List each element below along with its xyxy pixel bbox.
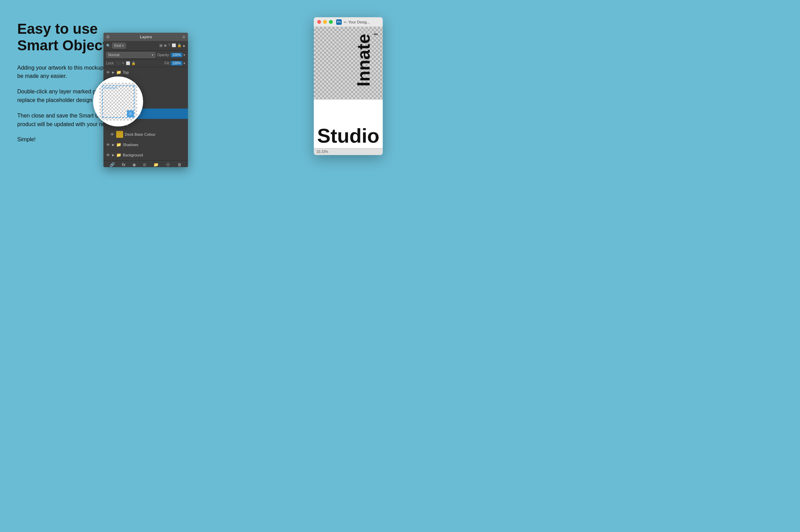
mask-icon[interactable]: ⊘ [143,162,146,167]
layer-top-name: Top [123,70,186,74]
brand-tm: ™ [373,30,379,36]
smart-object-inner: StudioInnate® ⎙ [99,83,137,121]
ps-app-icon: Ps [336,19,342,25]
search-icon: 🔍 [106,44,110,48]
doc-title: <- Your Desig... [344,20,379,24]
layer-shadows-name: Shadows [123,143,186,147]
folder-icon: 📁 [116,70,121,75]
layer-shadows[interactable]: 👁 ▶ 📁 Shadows [103,140,188,150]
new-layer-icon[interactable]: ➕ [166,162,171,167]
expand-icon[interactable]: ▶ [112,153,114,157]
new-fill-icon[interactable]: ◉ [132,162,136,167]
brand-innate: Innate [354,34,372,86]
chevron-down-icon: ▾ [122,44,124,48]
fill-value[interactable]: 100% [171,61,182,65]
smart-obj-watermark: StudioInnate® [103,87,118,89]
expand-icon[interactable]: ▶ [112,143,114,146]
panel-title: Layers [140,35,152,39]
lock-icons: ⬛ ✎ ⬜ 🔒 [116,61,136,65]
lock-all-icon[interactable]: 🔒 [131,61,136,65]
panel-toolbar: 🔗 fx ◉ ⊘ 📁 ➕ 🗑 [103,160,188,167]
blend-mode-bar: Normal ▾ Opacity: 100% ▾ [103,51,188,60]
fill-chevron-icon: ▾ [183,61,185,65]
group-icon[interactable]: 📁 [153,162,159,167]
doc-statusbar: 33.33% [314,148,383,155]
lock-label: Lock: [106,61,114,65]
link-icon[interactable]: 🔗 [110,162,115,167]
filter-kind-dropdown[interactable]: Kind ▾ [112,43,126,49]
folder-icon: 📁 [116,142,121,147]
minimize-button[interactable] [323,20,327,24]
ps-document-window: Ps <- Your Desig... ™ Innate Studio 33.3… [314,17,383,155]
fill-group: Fill: 100% ▾ [164,61,185,65]
opacity-label: Opacity: [157,53,170,57]
smart-obj-icon: ⎙ [127,110,134,117]
zoom-level: 33.33% [317,150,328,154]
doc-titlebar: Ps <- Your Desig... [314,17,383,27]
close-button[interactable] [317,20,321,24]
panel-close-button[interactable] [106,35,110,39]
lock-pixels-icon[interactable]: ⬛ [116,61,120,65]
blend-mode-label: Normal [108,53,119,57]
layer-top[interactable]: 👁 ▶ 📁 Top [103,67,188,78]
visibility-icon[interactable]: 👁 [106,143,110,147]
maximize-button[interactable] [329,20,333,24]
layer-deck-base-name: Deck Base Colour [125,132,186,136]
opacity-group: Opacity: 100% ▾ [157,53,185,57]
pixel-filter-icon[interactable]: ▦ [159,43,162,48]
panel-titlebar: Layers ≡ [103,33,188,41]
brand-studio: Studio [316,127,381,145]
visibility-icon[interactable]: 👁 [106,153,110,157]
visibility-icon[interactable]: 👁 [110,132,114,136]
type-filter-icon[interactable]: T [168,43,170,48]
lock-bar: Lock: ⬛ ✎ ⬜ 🔒 Fill: 100% ▾ [103,60,188,67]
opacity-chevron-icon: ▾ [183,53,185,57]
fill-label: Fill: [164,61,170,65]
panel-menu-icon[interactable]: ≡ [182,34,185,40]
layer-background-name: Background [123,153,186,157]
filter-bar: 🔍 Kind ▾ ▦ ◉ T ⬜ 🔒 ● [103,41,188,51]
smart-filter-icon[interactable]: 🔒 [177,43,181,48]
blend-chevron-icon: ▾ [152,53,153,57]
filter-icons: ▦ ◉ T ⬜ 🔒 ● [159,43,185,48]
smart-object-preview: StudioInnate® ⎙ [93,76,143,126]
filter-kind-label: Kind [114,44,121,48]
shape-filter-icon[interactable]: ⬜ [172,43,176,48]
adjust-filter-icon[interactable]: ◉ [164,43,167,48]
expand-icon[interactable]: ▶ [112,71,114,74]
blend-mode-dropdown[interactable]: Normal ▾ [106,52,156,58]
folder-icon: 📁 [116,153,121,157]
layer-deck-base[interactable]: 👁 Deck Base Colour [108,129,188,140]
visibility-icon[interactable]: 👁 [106,70,110,74]
fx-icon[interactable]: fx [122,162,126,167]
lock-position-icon[interactable]: ✎ [122,61,124,65]
toggle-filter-icon[interactable]: ● [183,43,185,48]
lock-artboard-icon[interactable]: ⬜ [126,61,130,65]
layer-background[interactable]: 👁 ▶ 📁 Background [103,150,188,160]
opacity-value[interactable]: 100% [171,53,182,57]
delete-layer-icon[interactable]: 🗑 [178,162,182,167]
doc-canvas: ™ Innate Studio [314,27,383,148]
layer-thumb [116,131,123,138]
